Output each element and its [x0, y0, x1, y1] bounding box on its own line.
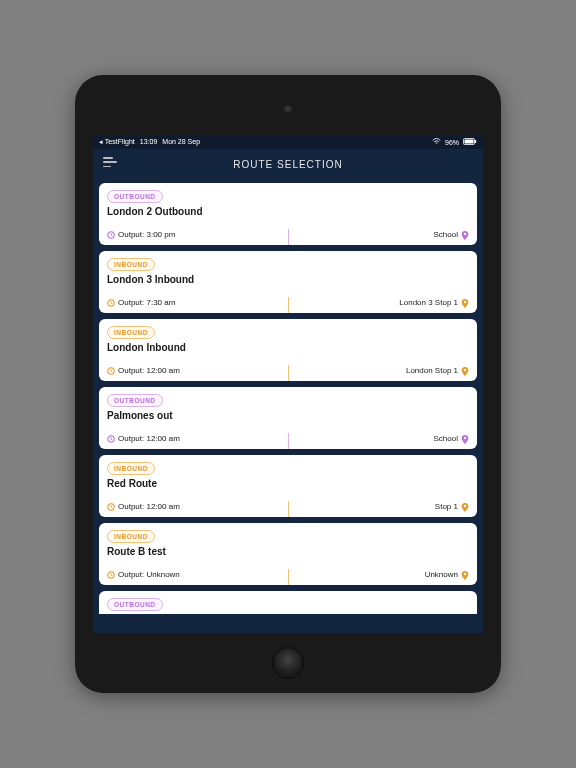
- wifi-icon: [432, 138, 441, 146]
- tablet-frame: ◂ TestFlight 13:09 Mon 28 Sep 96% ROUTE …: [75, 75, 501, 693]
- output-time: Output: 3:00 pm: [118, 230, 175, 239]
- output-time: Output: 12:00 am: [118, 502, 180, 511]
- direction-badge: INBOUND: [107, 326, 155, 339]
- pin-icon: [461, 367, 469, 375]
- clock-icon: [107, 435, 115, 443]
- direction-badge: INBOUND: [107, 462, 155, 475]
- destination: London Stop 1: [406, 366, 458, 375]
- destination: Stop 1: [435, 502, 458, 511]
- clock-icon: [107, 299, 115, 307]
- output-time: Output: Unknown: [118, 570, 180, 579]
- route-card[interactable]: INBOUNDRed RouteOutput: 12:00 amStop 1: [99, 455, 477, 517]
- progress-tick: [288, 433, 289, 449]
- progress-tick: [288, 501, 289, 517]
- route-card[interactable]: OUTBOUNDPalmones outOutput: 12:00 amScho…: [99, 387, 477, 449]
- card-footer: Output: 12:00 amStop 1: [107, 502, 469, 511]
- direction-badge: INBOUND: [107, 258, 155, 271]
- route-card[interactable]: OUTBOUNDLondon 2 OutboundOutput: 3:00 pm…: [99, 183, 477, 245]
- output-time: Output: 7:30 am: [118, 298, 175, 307]
- card-footer: Output: 12:00 amSchool: [107, 434, 469, 443]
- direction-badge: OUTBOUND: [107, 598, 163, 611]
- svg-rect-2: [475, 140, 476, 143]
- route-name: London Inbound: [107, 342, 469, 353]
- progress-tick: [288, 365, 289, 381]
- battery-icon: [463, 138, 477, 146]
- battery-percent: 96%: [445, 139, 459, 146]
- destination: London 3 Stop 1: [399, 298, 458, 307]
- route-card[interactable]: INBOUNDLondon 3 InboundOutput: 7:30 amLo…: [99, 251, 477, 313]
- direction-badge: OUTBOUND: [107, 394, 163, 407]
- menu-icon[interactable]: [103, 157, 117, 167]
- destination: School: [434, 434, 458, 443]
- destination: School: [434, 230, 458, 239]
- status-time: 13:09: [140, 138, 158, 146]
- route-card[interactable]: OUTBOUND: [99, 591, 477, 614]
- route-list[interactable]: OUTBOUNDLondon 2 OutboundOutput: 3:00 pm…: [93, 179, 483, 633]
- app-screen: ◂ TestFlight 13:09 Mon 28 Sep 96% ROUTE …: [93, 135, 483, 633]
- status-date: Mon 28 Sep: [162, 138, 200, 146]
- route-card[interactable]: INBOUNDRoute B testOutput: UnknownUnknow…: [99, 523, 477, 585]
- output-time: Output: 12:00 am: [118, 434, 180, 443]
- card-footer: Output: 12:00 amLondon Stop 1: [107, 366, 469, 375]
- route-name: Palmones out: [107, 410, 469, 421]
- app-header: ROUTE SELECTION: [93, 149, 483, 179]
- pin-icon: [461, 231, 469, 239]
- route-name: Route B test: [107, 546, 469, 557]
- card-footer: Output: UnknownUnknown: [107, 570, 469, 579]
- progress-tick: [288, 297, 289, 313]
- card-footer: Output: 7:30 amLondon 3 Stop 1: [107, 298, 469, 307]
- direction-badge: INBOUND: [107, 530, 155, 543]
- route-name: London 2 Outbound: [107, 206, 469, 217]
- pin-icon: [461, 503, 469, 511]
- back-to-app[interactable]: ◂ TestFlight: [99, 138, 135, 146]
- direction-badge: OUTBOUND: [107, 190, 163, 203]
- route-name: Red Route: [107, 478, 469, 489]
- pin-icon: [461, 299, 469, 307]
- svg-rect-1: [465, 140, 474, 144]
- clock-icon: [107, 231, 115, 239]
- pin-icon: [461, 435, 469, 443]
- progress-tick: [288, 569, 289, 585]
- status-bar: ◂ TestFlight 13:09 Mon 28 Sep 96%: [93, 135, 483, 149]
- route-name: London 3 Inbound: [107, 274, 469, 285]
- route-card[interactable]: INBOUNDLondon InboundOutput: 12:00 amLon…: [99, 319, 477, 381]
- clock-icon: [107, 571, 115, 579]
- pin-icon: [461, 571, 469, 579]
- device-camera: [284, 105, 292, 113]
- progress-tick: [288, 229, 289, 245]
- clock-icon: [107, 503, 115, 511]
- clock-icon: [107, 367, 115, 375]
- home-button[interactable]: [272, 647, 304, 679]
- destination: Unknown: [425, 570, 458, 579]
- page-title: ROUTE SELECTION: [233, 159, 342, 170]
- output-time: Output: 12:00 am: [118, 366, 180, 375]
- card-footer: Output: 3:00 pmSchool: [107, 230, 469, 239]
